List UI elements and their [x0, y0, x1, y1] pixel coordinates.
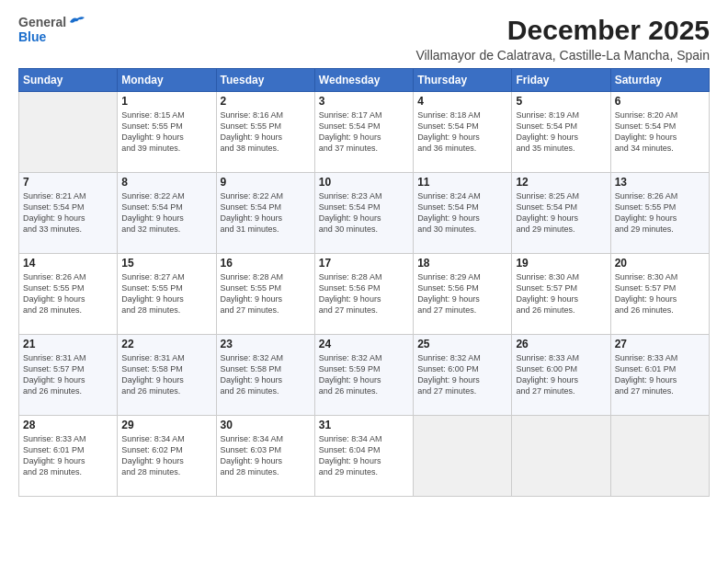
calendar-cell: 20Sunrise: 8:30 AM Sunset: 5:57 PM Dayli… — [610, 254, 709, 335]
day-number: 19 — [516, 257, 606, 270]
calendar-header-saturday: Saturday — [610, 69, 709, 92]
day-info: Sunrise: 8:22 AM Sunset: 5:54 PM Dayligh… — [121, 190, 211, 236]
day-info: Sunrise: 8:15 AM Sunset: 5:55 PM Dayligh… — [121, 109, 211, 155]
day-number: 15 — [121, 257, 211, 270]
day-info: Sunrise: 8:34 AM Sunset: 6:03 PM Dayligh… — [221, 433, 311, 478]
day-info: Sunrise: 8:22 AM Sunset: 5:54 PM Dayligh… — [221, 190, 311, 236]
day-info: Sunrise: 8:30 AM Sunset: 5:57 PM Dayligh… — [615, 271, 705, 316]
logo-bird-icon — [68, 15, 86, 29]
day-number: 24 — [319, 338, 409, 350]
calendar-cell: 18Sunrise: 8:29 AM Sunset: 5:56 PM Dayli… — [414, 254, 512, 335]
day-number: 31 — [319, 419, 409, 431]
day-number: 3 — [319, 95, 409, 108]
logo: General Blue — [18, 15, 86, 44]
day-info: Sunrise: 8:16 AM Sunset: 5:55 PM Dayligh… — [221, 109, 311, 155]
day-info: Sunrise: 8:32 AM Sunset: 5:58 PM Dayligh… — [221, 352, 311, 397]
calendar-header-row: SundayMondayTuesdayWednesdayThursdayFrid… — [19, 69, 710, 92]
day-number: 6 — [615, 95, 705, 108]
day-number: 14 — [23, 257, 113, 270]
day-number: 11 — [417, 176, 507, 189]
day-info: Sunrise: 8:33 AM Sunset: 6:01 PM Dayligh… — [615, 352, 705, 397]
day-info: Sunrise: 8:27 AM Sunset: 5:55 PM Dayligh… — [121, 271, 211, 316]
day-info: Sunrise: 8:32 AM Sunset: 5:59 PM Dayligh… — [319, 352, 409, 397]
calendar-cell: 24Sunrise: 8:32 AM Sunset: 5:59 PM Dayli… — [314, 335, 413, 416]
calendar-cell: 29Sunrise: 8:34 AM Sunset: 6:02 PM Dayli… — [118, 416, 216, 497]
day-number: 2 — [221, 95, 311, 108]
day-number: 4 — [417, 95, 507, 108]
day-number: 17 — [319, 257, 409, 270]
day-info: Sunrise: 8:31 AM Sunset: 5:58 PM Dayligh… — [121, 352, 211, 397]
day-info: Sunrise: 8:19 AM Sunset: 5:54 PM Dayligh… — [516, 109, 606, 155]
day-number: 1 — [121, 95, 211, 108]
day-info: Sunrise: 8:28 AM Sunset: 5:56 PM Dayligh… — [319, 271, 409, 316]
day-info: Sunrise: 8:24 AM Sunset: 5:54 PM Dayligh… — [417, 190, 507, 236]
calendar-cell: 3Sunrise: 8:17 AM Sunset: 5:54 PM Daylig… — [314, 92, 413, 173]
day-info: Sunrise: 8:33 AM Sunset: 6:01 PM Dayligh… — [23, 433, 113, 478]
calendar-header-tuesday: Tuesday — [216, 69, 314, 92]
day-number: 21 — [23, 338, 113, 350]
calendar-cell: 13Sunrise: 8:26 AM Sunset: 5:55 PM Dayli… — [610, 173, 709, 254]
calendar-week-row: 7Sunrise: 8:21 AM Sunset: 5:54 PM Daylig… — [19, 173, 710, 254]
day-info: Sunrise: 8:31 AM Sunset: 5:57 PM Dayligh… — [23, 352, 113, 397]
day-number: 23 — [221, 338, 311, 350]
calendar-cell: 22Sunrise: 8:31 AM Sunset: 5:58 PM Dayli… — [118, 335, 216, 416]
calendar-cell: 2Sunrise: 8:16 AM Sunset: 5:55 PM Daylig… — [216, 92, 314, 173]
calendar-cell — [610, 416, 709, 497]
calendar-table: SundayMondayTuesdayWednesdayThursdayFrid… — [18, 68, 710, 497]
main-title: December 2025 — [415, 15, 710, 46]
day-info: Sunrise: 8:34 AM Sunset: 6:04 PM Dayligh… — [319, 433, 409, 478]
subtitle: Villamayor de Calatrava, Castille-La Man… — [415, 48, 710, 63]
calendar-cell: 6Sunrise: 8:20 AM Sunset: 5:54 PM Daylig… — [610, 92, 709, 173]
calendar-week-row: 21Sunrise: 8:31 AM Sunset: 5:57 PM Dayli… — [19, 335, 710, 416]
calendar-header-friday: Friday — [512, 69, 610, 92]
calendar-cell: 28Sunrise: 8:33 AM Sunset: 6:01 PM Dayli… — [19, 416, 118, 497]
calendar-cell: 4Sunrise: 8:18 AM Sunset: 5:54 PM Daylig… — [414, 92, 512, 173]
day-number: 25 — [417, 338, 507, 350]
day-number: 13 — [615, 176, 705, 189]
calendar-header-monday: Monday — [118, 69, 216, 92]
day-info: Sunrise: 8:28 AM Sunset: 5:55 PM Dayligh… — [221, 271, 311, 316]
calendar-header-wednesday: Wednesday — [314, 69, 413, 92]
logo-blue: Blue — [18, 29, 46, 44]
calendar-cell — [414, 416, 512, 497]
calendar-week-row: 1Sunrise: 8:15 AM Sunset: 5:55 PM Daylig… — [19, 92, 710, 173]
page: General Blue December 2025 Villamayor de… — [0, 0, 728, 563]
calendar-header-sunday: Sunday — [19, 69, 118, 92]
calendar-cell — [512, 416, 610, 497]
day-info: Sunrise: 8:30 AM Sunset: 5:57 PM Dayligh… — [516, 271, 606, 316]
day-info: Sunrise: 8:25 AM Sunset: 5:54 PM Dayligh… — [516, 190, 606, 236]
calendar-cell: 23Sunrise: 8:32 AM Sunset: 5:58 PM Dayli… — [216, 335, 314, 416]
calendar-cell: 15Sunrise: 8:27 AM Sunset: 5:55 PM Dayli… — [118, 254, 216, 335]
calendar-cell: 14Sunrise: 8:26 AM Sunset: 5:55 PM Dayli… — [19, 254, 118, 335]
calendar-cell: 12Sunrise: 8:25 AM Sunset: 5:54 PM Dayli… — [512, 173, 610, 254]
day-number: 8 — [121, 176, 211, 189]
day-number: 29 — [121, 419, 211, 431]
calendar-cell: 16Sunrise: 8:28 AM Sunset: 5:55 PM Dayli… — [216, 254, 314, 335]
day-number: 27 — [615, 338, 705, 350]
day-info: Sunrise: 8:29 AM Sunset: 5:56 PM Dayligh… — [417, 271, 507, 316]
calendar-cell: 21Sunrise: 8:31 AM Sunset: 5:57 PM Dayli… — [19, 335, 118, 416]
day-info: Sunrise: 8:26 AM Sunset: 5:55 PM Dayligh… — [615, 190, 705, 236]
day-number: 12 — [516, 176, 606, 189]
day-info: Sunrise: 8:17 AM Sunset: 5:54 PM Dayligh… — [319, 109, 409, 155]
calendar-header-thursday: Thursday — [414, 69, 512, 92]
day-info: Sunrise: 8:18 AM Sunset: 5:54 PM Dayligh… — [417, 109, 507, 155]
calendar-cell: 1Sunrise: 8:15 AM Sunset: 5:55 PM Daylig… — [118, 92, 216, 173]
calendar-cell: 31Sunrise: 8:34 AM Sunset: 6:04 PM Dayli… — [314, 416, 413, 497]
day-info: Sunrise: 8:32 AM Sunset: 6:00 PM Dayligh… — [417, 352, 507, 397]
day-number: 20 — [615, 257, 705, 270]
calendar-cell: 10Sunrise: 8:23 AM Sunset: 5:54 PM Dayli… — [314, 173, 413, 254]
day-number: 30 — [221, 419, 311, 431]
calendar-cell: 5Sunrise: 8:19 AM Sunset: 5:54 PM Daylig… — [512, 92, 610, 173]
calendar-cell: 25Sunrise: 8:32 AM Sunset: 6:00 PM Dayli… — [414, 335, 512, 416]
calendar-cell: 26Sunrise: 8:33 AM Sunset: 6:00 PM Dayli… — [512, 335, 610, 416]
calendar-cell: 30Sunrise: 8:34 AM Sunset: 6:03 PM Dayli… — [216, 416, 314, 497]
day-number: 26 — [516, 338, 606, 350]
day-number: 9 — [221, 176, 311, 189]
calendar-cell: 9Sunrise: 8:22 AM Sunset: 5:54 PM Daylig… — [216, 173, 314, 254]
calendar-cell: 7Sunrise: 8:21 AM Sunset: 5:54 PM Daylig… — [19, 173, 118, 254]
calendar-cell: 8Sunrise: 8:22 AM Sunset: 5:54 PM Daylig… — [118, 173, 216, 254]
day-number: 28 — [23, 419, 113, 431]
calendar-cell: 19Sunrise: 8:30 AM Sunset: 5:57 PM Dayli… — [512, 254, 610, 335]
logo-general: General — [18, 15, 66, 29]
